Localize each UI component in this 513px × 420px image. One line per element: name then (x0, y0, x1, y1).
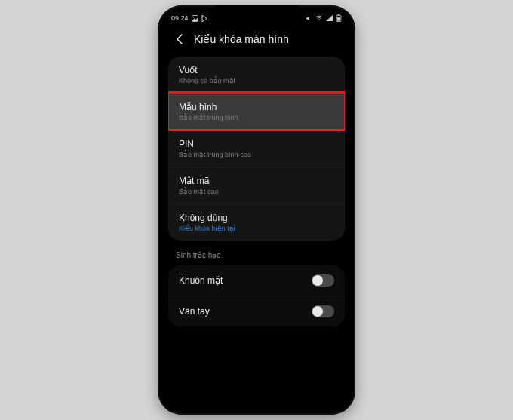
lock-option-none[interactable]: Không dùng Kiểu khóa hiện tại (168, 204, 345, 241)
display-notch (215, 5, 298, 20)
option-title: Không dùng (179, 213, 334, 223)
page-header: Kiểu khóa màn hình (162, 25, 351, 57)
lock-option-swipe[interactable]: Vuốt Không có bảo mật (168, 57, 345, 93)
biometric-section-label: Sinh trắc học (162, 241, 351, 265)
svg-point-1 (193, 16, 194, 17)
option-title: Vuốt (179, 65, 334, 75)
option-subtitle: Không có bảo mật (179, 77, 334, 84)
option-subtitle: Bảo mật cao (179, 188, 334, 195)
back-button[interactable] (173, 32, 186, 46)
phone-frame: 09:24 (158, 5, 355, 415)
svg-rect-5 (337, 17, 340, 21)
fingerprint-toggle[interactable] (312, 305, 334, 317)
option-subtitle: Kiểu khóa hiện tại (179, 225, 334, 232)
wifi-icon (315, 15, 323, 21)
option-title: PIN (179, 139, 334, 149)
face-toggle[interactable] (312, 274, 334, 287)
lock-option-pin[interactable]: PIN Bảo mật trung bình-cao (168, 130, 345, 167)
biometric-face-row[interactable]: Khuôn mặt (168, 265, 345, 296)
battery-icon (336, 14, 342, 22)
image-icon (192, 15, 198, 22)
play-icon (201, 15, 207, 22)
screen: 09:24 (162, 10, 351, 410)
svg-point-2 (318, 19, 320, 20)
lock-option-password[interactable]: Mật mã Bảo mật cao (168, 167, 345, 204)
toggle-label: Khuôn mặt (179, 275, 223, 286)
status-left: 09:24 (171, 14, 207, 22)
option-subtitle: Bảo mật trung bình (179, 114, 334, 121)
option-title: Mật mã (179, 176, 334, 186)
signal-icon (326, 15, 333, 21)
option-title: Mẫu hình (179, 102, 334, 112)
status-time: 09:24 (171, 14, 189, 22)
status-right (306, 14, 342, 22)
page-title: Kiểu khóa màn hình (194, 33, 289, 45)
biometric-card: Khuôn mặt Vân tay (168, 265, 345, 326)
volume-icon (306, 15, 312, 22)
lock-option-pattern[interactable]: Mẫu hình Bảo mật trung bình (168, 93, 345, 130)
toggle-label: Vân tay (179, 306, 210, 317)
biometric-fingerprint-row[interactable]: Vân tay (168, 296, 345, 326)
lock-options-card: Vuốt Không có bảo mật Mẫu hình Bảo mật t… (168, 57, 345, 241)
option-subtitle: Bảo mật trung bình-cao (179, 151, 334, 158)
